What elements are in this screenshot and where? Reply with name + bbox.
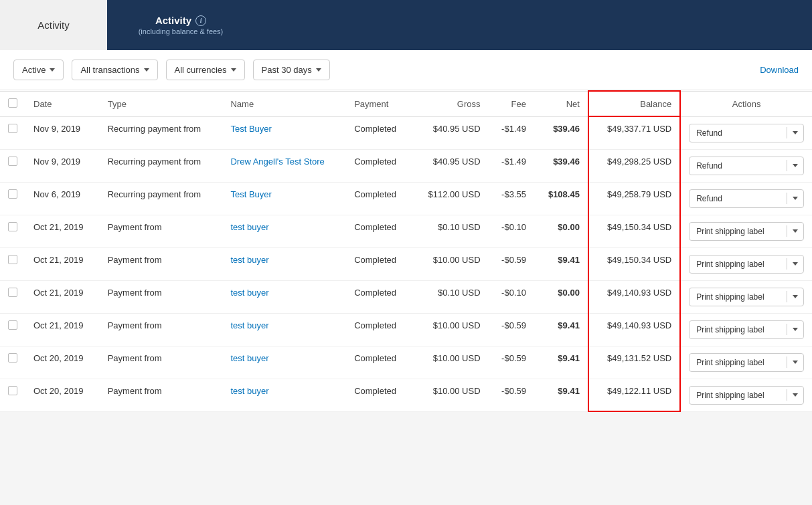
row-checkbox-cell bbox=[0, 346, 25, 379]
table-row: Oct 21, 2019Payment fromtest buyerComple… bbox=[0, 280, 812, 313]
row-gross: $10.00 USD bbox=[412, 247, 489, 280]
action-button[interactable]: Print shipping label bbox=[689, 288, 804, 306]
action-chevron-icon[interactable] bbox=[787, 160, 803, 171]
row-date: Oct 21, 2019 bbox=[25, 280, 100, 313]
transaction-type-dropdown[interactable]: All transactions bbox=[72, 60, 157, 80]
row-balance: $49,122.11 USD bbox=[588, 379, 680, 411]
action-chevron-icon[interactable] bbox=[787, 389, 803, 401]
row-payment: Completed bbox=[346, 149, 412, 182]
date-range-chevron-icon bbox=[316, 68, 321, 72]
row-balance: $49,258.79 USD bbox=[588, 182, 680, 215]
row-checkbox[interactable] bbox=[8, 222, 17, 231]
row-name-link[interactable]: test buyer bbox=[230, 353, 268, 363]
row-name: test buyer bbox=[222, 313, 346, 346]
row-checkbox[interactable] bbox=[8, 189, 17, 199]
row-actions: Print shipping label bbox=[680, 247, 812, 280]
action-button[interactable]: Refund bbox=[689, 189, 804, 208]
row-checkbox-cell bbox=[0, 280, 25, 313]
row-date: Nov 9, 2019 bbox=[25, 149, 100, 182]
row-gross: $112.00 USD bbox=[412, 182, 489, 215]
row-checkbox[interactable] bbox=[8, 124, 17, 133]
row-name-link[interactable]: test buyer bbox=[230, 320, 268, 330]
action-button[interactable]: Print shipping label bbox=[689, 353, 804, 372]
action-button[interactable]: Print shipping label bbox=[689, 386, 804, 405]
status-chevron-icon bbox=[50, 68, 55, 72]
row-date: Oct 21, 2019 bbox=[25, 313, 100, 346]
row-type: Payment from bbox=[100, 346, 223, 379]
row-balance: $49,140.93 USD bbox=[588, 313, 680, 346]
row-name-link[interactable]: Test Buyer bbox=[230, 189, 271, 199]
action-chevron-icon[interactable] bbox=[787, 193, 803, 204]
row-name-link[interactable]: test buyer bbox=[230, 386, 268, 396]
action-chevron-icon[interactable] bbox=[787, 291, 803, 302]
action-chevron-icon[interactable] bbox=[787, 127, 803, 138]
tab-activity-inactive[interactable]: Activity bbox=[0, 0, 107, 50]
row-checkbox[interactable] bbox=[8, 255, 17, 264]
row-gross: $10.00 USD bbox=[412, 379, 489, 411]
currency-label: All currencies bbox=[175, 65, 227, 75]
row-net: $9.41 bbox=[534, 247, 588, 280]
row-gross: $0.10 USD bbox=[412, 280, 489, 313]
date-range-dropdown[interactable]: Past 30 days bbox=[253, 60, 330, 80]
header-net: Net bbox=[534, 91, 588, 116]
header-checkbox-cell bbox=[0, 91, 25, 116]
chevron-down-icon bbox=[793, 328, 798, 331]
row-fee: -$1.49 bbox=[489, 149, 534, 182]
row-actions: Refund bbox=[680, 182, 812, 215]
row-name: test buyer bbox=[222, 379, 346, 411]
row-name-link[interactable]: test buyer bbox=[230, 255, 268, 265]
row-type: Recurring payment from bbox=[100, 149, 223, 182]
row-name-link[interactable]: test buyer bbox=[230, 222, 268, 232]
row-actions: Print shipping label bbox=[680, 280, 812, 313]
info-icon[interactable]: i bbox=[195, 15, 206, 26]
row-name: Drew Angell's Test Store bbox=[222, 149, 346, 182]
row-name-link[interactable]: test buyer bbox=[230, 288, 268, 298]
select-all-checkbox[interactable] bbox=[8, 98, 17, 108]
status-dropdown[interactable]: Active bbox=[13, 60, 64, 80]
header-fee: Fee bbox=[489, 91, 534, 116]
download-link[interactable]: Download bbox=[760, 65, 799, 75]
row-payment: Completed bbox=[346, 379, 412, 411]
action-chevron-icon[interactable] bbox=[787, 324, 803, 335]
action-label: Print shipping label bbox=[689, 223, 787, 240]
action-button[interactable]: Print shipping label bbox=[689, 255, 804, 274]
action-chevron-icon[interactable] bbox=[787, 225, 803, 237]
action-chevron-icon[interactable] bbox=[787, 258, 803, 270]
row-name: test buyer bbox=[222, 280, 346, 313]
row-checkbox[interactable] bbox=[8, 386, 17, 395]
action-button[interactable]: Refund bbox=[689, 157, 804, 175]
row-net: $108.45 bbox=[534, 182, 588, 215]
row-checkbox-cell bbox=[0, 116, 25, 149]
tab-active-label: Activity bbox=[155, 15, 191, 26]
tab-active-subtitle: (including balance & fees) bbox=[139, 27, 224, 35]
status-label: Active bbox=[22, 65, 46, 75]
currency-dropdown[interactable]: All currencies bbox=[166, 60, 245, 80]
row-checkbox[interactable] bbox=[8, 320, 17, 330]
row-fee: -$0.10 bbox=[489, 280, 534, 313]
action-button[interactable]: Print shipping label bbox=[689, 222, 804, 241]
row-name-link[interactable]: Test Buyer bbox=[230, 124, 271, 134]
row-name: test buyer bbox=[222, 247, 346, 280]
chevron-down-icon bbox=[793, 197, 798, 200]
row-checkbox[interactable] bbox=[8, 157, 17, 166]
row-actions: Refund bbox=[680, 116, 812, 149]
row-payment: Completed bbox=[346, 247, 412, 280]
date-range-label: Past 30 days bbox=[262, 65, 312, 75]
action-button[interactable]: Print shipping label bbox=[689, 320, 804, 339]
action-button[interactable]: Refund bbox=[689, 124, 804, 142]
action-label: Print shipping label bbox=[689, 387, 787, 404]
top-navigation: Activity Activity i (including balance &… bbox=[0, 0, 812, 50]
currency-chevron-icon bbox=[231, 68, 236, 72]
transaction-type-chevron-icon bbox=[144, 68, 149, 72]
row-type: Payment from bbox=[100, 247, 223, 280]
tab-activity-active[interactable]: Activity i (including balance & fees) bbox=[107, 0, 254, 50]
row-checkbox[interactable] bbox=[8, 353, 17, 363]
row-checkbox-cell bbox=[0, 313, 25, 346]
action-chevron-icon[interactable] bbox=[787, 357, 803, 368]
row-name-link[interactable]: Drew Angell's Test Store bbox=[230, 157, 324, 167]
row-date: Nov 6, 2019 bbox=[25, 182, 100, 215]
table-row: Oct 20, 2019Payment fromtest buyerComple… bbox=[0, 379, 812, 411]
row-checkbox-cell bbox=[0, 215, 25, 247]
row-net: $0.00 bbox=[534, 215, 588, 247]
row-checkbox[interactable] bbox=[8, 288, 17, 297]
